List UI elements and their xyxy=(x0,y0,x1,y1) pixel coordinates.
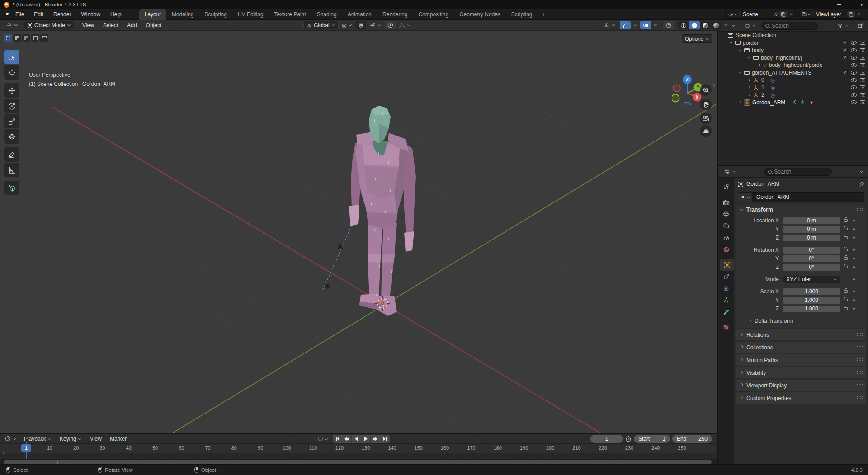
viewport-menu-select[interactable]: Select xyxy=(99,22,123,28)
tool-select-box[interactable] xyxy=(4,50,19,64)
outliner-row-gordon-arm[interactable]: Gordon_ARM ▼ xyxy=(718,99,868,107)
tab-render[interactable] xyxy=(718,197,734,208)
close-button[interactable]: × xyxy=(856,0,868,9)
gizmo-dropdown[interactable] xyxy=(632,21,639,29)
tool-scale[interactable] xyxy=(4,114,19,128)
timeline-editor[interactable]: Playback Keying View Marker 1 xyxy=(0,433,717,464)
tab-layout[interactable]: Layout xyxy=(139,9,166,20)
location-y-field[interactable]: 0 m xyxy=(783,226,840,233)
outliner-filter-mode-button[interactable] xyxy=(741,21,759,30)
show-gizmo-toggle[interactable] xyxy=(620,21,631,29)
tool-cursor[interactable] xyxy=(4,65,19,80)
timeline-menu-view[interactable]: View xyxy=(86,436,106,442)
rotation-x-field[interactable]: 0° xyxy=(783,247,840,254)
frame-start-field[interactable]: Start1 xyxy=(634,435,670,443)
outliner-row-body-highcount-collection[interactable]: body_highcount/gordon/Gord ✓ xyxy=(718,54,868,62)
auto-keying-button[interactable] xyxy=(316,435,330,443)
scene-icon[interactable] xyxy=(726,11,740,17)
unlink-scene-icon[interactable]: × xyxy=(788,11,794,18)
lock-icon[interactable] xyxy=(844,299,848,301)
expand-icon[interactable] xyxy=(747,56,750,59)
hide-eye-icon[interactable] xyxy=(851,78,857,82)
menu-window[interactable]: Window xyxy=(76,11,105,18)
expand-icon[interactable] xyxy=(738,48,741,52)
tab-shading[interactable]: Shading xyxy=(311,9,342,20)
menu-file[interactable]: File xyxy=(10,11,29,18)
location-x-field[interactable]: 0 m xyxy=(783,217,840,224)
timeline-track[interactable] xyxy=(0,453,717,459)
animate-dot[interactable] xyxy=(853,237,855,239)
tab-texture-paint[interactable]: Texture Paint xyxy=(269,9,311,20)
hide-eye-icon[interactable] xyxy=(851,48,857,52)
hide-eye-icon[interactable] xyxy=(851,85,857,89)
outliner-search-input[interactable]: Search xyxy=(761,22,818,30)
pivot-point-dropdown[interactable]: ◎ xyxy=(339,21,355,29)
animate-dot[interactable] xyxy=(853,258,855,259)
scale-x-field[interactable]: 1.000 xyxy=(783,288,840,295)
render-visibility-icon[interactable] xyxy=(860,48,865,52)
proportional-falloff-dropdown[interactable] xyxy=(396,21,414,29)
lock-icon[interactable] xyxy=(844,228,848,230)
delta-transform-panel-header[interactable]: Delta Transform xyxy=(736,314,862,324)
shading-rendered-button[interactable] xyxy=(711,21,722,29)
panel-drag-handle[interactable] xyxy=(856,358,863,362)
orthographic-toggle-button[interactable] xyxy=(700,125,712,137)
tab-constraints[interactable] xyxy=(718,282,734,294)
lock-icon[interactable] xyxy=(844,249,848,251)
outliner-row-empty-2[interactable]: 2 ◎ xyxy=(718,91,868,99)
editor-type-button[interactable] xyxy=(3,21,21,29)
properties-editor-type-button[interactable] xyxy=(721,167,739,176)
tool-measure[interactable] xyxy=(4,163,19,177)
collections-panel-header[interactable]: Collections xyxy=(736,342,866,353)
viewport-menu-view[interactable]: View xyxy=(78,22,99,28)
character-model[interactable] xyxy=(349,106,416,316)
camera-view-button[interactable] xyxy=(700,113,712,124)
tab-rendering[interactable]: Rendering xyxy=(377,9,413,20)
select-mode-intersect[interactable] xyxy=(40,34,48,42)
select-mode-new[interactable] xyxy=(4,34,12,42)
transform-panel-header[interactable]: Transform xyxy=(736,205,866,215)
hide-eye-icon[interactable] xyxy=(851,100,857,104)
snap-target-dropdown[interactable] xyxy=(366,21,385,29)
exclude-checkbox[interactable]: ✓ xyxy=(843,70,848,75)
transform-orientation-dropdown[interactable]: Global xyxy=(303,21,339,29)
animate-dot[interactable] xyxy=(853,278,855,280)
select-mode-invert[interactable] xyxy=(31,34,39,42)
timeline-menu-marker[interactable]: Marker xyxy=(106,436,131,442)
scale-y-field[interactable]: 1.000 xyxy=(783,297,840,304)
outliner-row-gordon-attachments[interactable]: gordon_ATTACHMENTS ✓ xyxy=(718,69,868,77)
scene-selector[interactable]: Scene × xyxy=(725,10,796,19)
timeline-menu-playback[interactable]: Playback xyxy=(20,436,56,442)
hide-eye-icon[interactable] xyxy=(851,71,857,75)
minimize-button[interactable] xyxy=(833,0,844,9)
properties-options-button[interactable] xyxy=(857,168,865,175)
rotation-z-field[interactable]: 0° xyxy=(783,264,840,271)
render-visibility-icon[interactable] xyxy=(860,93,865,97)
xray-toggle[interactable] xyxy=(663,21,674,29)
location-z-field[interactable]: 0 m xyxy=(783,235,840,241)
animate-dot[interactable] xyxy=(853,249,855,251)
play-button[interactable] xyxy=(361,435,371,443)
tab-scene[interactable] xyxy=(718,232,734,244)
menu-render[interactable]: Render xyxy=(48,11,76,18)
outliner-row-gordon[interactable]: gordon ✓ xyxy=(718,39,868,47)
timeline-left-chevron[interactable] xyxy=(1,450,5,456)
collapse-sidebar-icon[interactable] xyxy=(712,83,716,89)
expand-icon[interactable] xyxy=(747,78,750,81)
properties-search-input[interactable]: Search xyxy=(764,168,832,176)
panel-drag-handle[interactable] xyxy=(856,371,863,375)
tab-output[interactable] xyxy=(718,208,734,220)
tab-modeling[interactable]: Modeling xyxy=(166,9,199,20)
render-visibility-icon[interactable] xyxy=(860,71,865,75)
playhead[interactable]: 1 xyxy=(21,444,31,452)
shading-dropdown[interactable] xyxy=(722,21,729,29)
options-dropdown[interactable]: Options xyxy=(682,34,712,43)
pin-icon[interactable] xyxy=(773,12,778,17)
panel-drag-handle[interactable] xyxy=(856,208,863,212)
tab-compositing[interactable]: Compositing xyxy=(413,9,454,20)
lock-icon[interactable] xyxy=(844,307,848,310)
relations-panel-header[interactable]: Relations xyxy=(736,329,866,340)
proportional-editing-toggle[interactable] xyxy=(385,21,396,29)
menu-edit[interactable]: Edit xyxy=(29,11,48,18)
tab-geometry-nodes[interactable]: Geometry Nodes xyxy=(454,9,506,20)
